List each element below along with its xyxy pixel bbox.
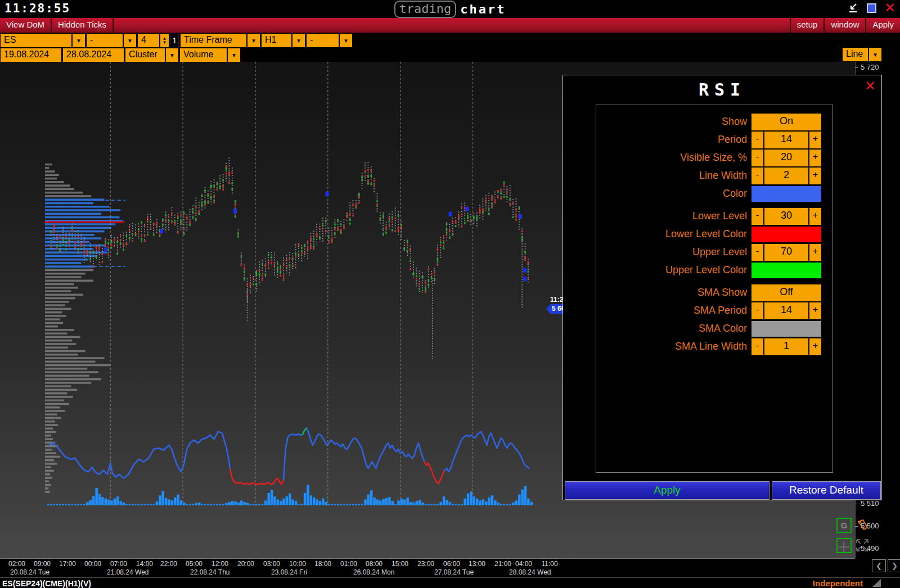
chart-type-control: Line▼ [843,48,881,61]
dialog-row-sma-show: SMA ShowOff [596,284,832,301]
color-swatch[interactable] [752,186,821,202]
setting-label: Upper Level Color [596,262,752,279]
time-axis-label: 07:00 [110,560,127,568]
increment-button[interactable]: + [809,132,821,148]
label-tag-icon[interactable] [856,518,870,535]
dialog-row-show: ShowOn [596,114,832,130]
value-field[interactable]: 20 [764,150,808,166]
decrement-button[interactable]: - [752,132,763,148]
control-1[interactable]: 1 [170,34,179,47]
value-field[interactable]: 14 [764,132,808,148]
menu-item-view-dom[interactable]: View DoM [0,18,52,33]
dropdown-time-frame[interactable]: Time Frame▼ [181,34,260,47]
time-axis-label: 20:00 [237,560,254,568]
color-swatch[interactable] [752,263,821,278]
close-window-icon[interactable]: ✕ [884,2,896,13]
date-axis-label: 23.08.24 Fri [271,568,307,576]
dialog-row-sma-color: SMA Color [596,320,832,337]
value-field[interactable]: 30 [764,208,808,225]
dialog-apply-button[interactable]: Apply [565,481,770,500]
control-label: Volume [180,48,227,62]
spinner-arrows-icon[interactable]: ▲▼ [160,34,169,47]
setting-label: SMA Line Width [596,338,752,355]
dropdown--[interactable]: -▼ [307,34,352,47]
date-axis-label: 21.08.24 Wed [107,568,149,576]
dropdown-line[interactable]: Line▼ [843,48,881,61]
dialog-restore-default-button[interactable]: Restore Default [772,481,881,500]
setting-label: SMA Show [596,284,752,301]
decrement-button[interactable]: - [752,302,763,319]
scroll-left-button[interactable]: ❮ [872,559,886,572]
chevron-down-icon[interactable]: ▼ [228,48,240,62]
value-field[interactable]: 1 [764,338,808,355]
control-label: Cluster [125,48,165,62]
dialog-row-sma-period: SMA Period-14+ [596,302,832,319]
chevron-down-icon[interactable]: ▼ [248,34,260,47]
dialog-row-color: Color [596,186,832,202]
dialog-settings-panel: ShowOnPeriod-14+Visible Size, %-20+Line … [596,105,833,473]
control-label: 4 [138,34,159,47]
minimize-icon[interactable] [848,2,859,13]
chevron-down-icon[interactable]: ▼ [124,34,136,47]
chevron-down-icon[interactable]: ▼ [73,34,85,47]
setting-label: Show [596,114,752,130]
value-field[interactable]: 2 [764,168,808,184]
dialog-title: RSI [563,80,881,99]
dialog-close-icon[interactable]: ✕ [865,78,876,94]
decrement-button[interactable]: - [752,338,763,355]
value-field[interactable]: 14 [764,302,808,319]
resize-grip[interactable] [872,579,881,587]
time-axis-label: 08:00 [366,560,382,568]
time-axis-label: 05:00 [186,560,202,568]
dialog-row-period: Period-14+ [596,132,832,148]
menu-item-hidden-ticks[interactable]: Hidden Ticks [52,18,114,33]
scroll-right-button[interactable]: ❯ [888,559,900,572]
instrument-label: ES(SEP24)(CME)(H1)(V) [2,579,91,588]
decrement-button[interactable]: - [752,150,763,166]
expand-arrows-icon[interactable] [854,537,870,555]
chevron-down-icon[interactable]: ▼ [292,34,305,47]
toggle-button[interactable]: On [752,114,821,130]
chevron-down-icon[interactable]: ▼ [340,34,352,47]
color-swatch[interactable] [752,321,821,337]
dropdown--[interactable]: -▼ [87,34,136,47]
dialog-row-visible-size-: Visible Size, %-20+ [596,150,832,166]
menu-bar: View DoMHidden Ticks setupwindowApply [0,18,900,33]
time-axis-label: 17:00 [59,560,76,568]
control-28-08-2024[interactable]: 28.08.2024 [63,48,124,62]
dialog-row-upper-level: Upper Level-70+ [596,244,832,261]
increment-button[interactable]: + [809,150,821,166]
control-label: Time Frame [181,34,246,47]
increment-button[interactable]: + [809,338,821,355]
control-label: 19.08.2024 [1,48,61,62]
color-swatch[interactable] [752,227,821,242]
increment-button[interactable]: + [809,168,821,184]
toggle-button[interactable]: Off [752,284,821,301]
control-4[interactable]: 4▲▼ [138,34,169,47]
setting-label: Lower Level Color [596,226,752,243]
dropdown-es[interactable]: ES▼ [1,34,85,47]
setting-label: SMA Period [596,302,752,319]
control-19-08-2024[interactable]: 19.08.2024 [1,48,61,62]
grid-toggle-g-button[interactable]: G [836,518,852,533]
crosshair-toggle-button[interactable] [836,538,852,553]
dropdown-volume[interactable]: Volume▼ [180,48,240,62]
chevron-down-icon[interactable]: ▼ [869,48,881,61]
time-axis-label: 02:00 [8,560,25,568]
decrement-button[interactable]: - [752,244,763,261]
clock: 11:28:55 [4,2,70,15]
date-axis-label: 26.08.24 Mon [353,568,394,576]
increment-button[interactable]: + [809,244,821,261]
maximize-icon[interactable] [867,3,876,13]
decrement-button[interactable]: - [752,168,763,184]
increment-button[interactable]: + [809,208,821,225]
menu-item-apply[interactable]: Apply [865,18,900,33]
value-field[interactable]: 70 [764,244,808,261]
menu-item-window[interactable]: window [824,18,865,33]
decrement-button[interactable]: - [752,208,763,225]
dropdown-cluster[interactable]: Cluster▼ [125,48,178,62]
increment-button[interactable]: + [809,302,821,319]
chevron-down-icon[interactable]: ▼ [166,48,178,62]
dropdown-h1[interactable]: H1▼ [262,34,305,47]
menu-item-setup[interactable]: setup [790,18,824,33]
